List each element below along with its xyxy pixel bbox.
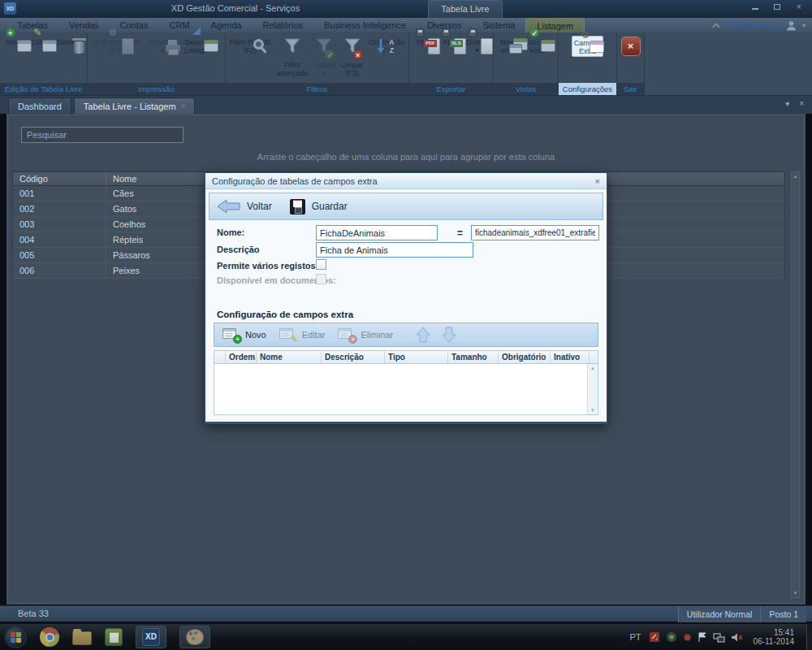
dialog-toolbar: Voltar Guardar bbox=[209, 193, 603, 220]
permite-registos-checkbox[interactable] bbox=[316, 259, 326, 270]
novo-button[interactable]: +Novo bbox=[3, 36, 26, 47]
tray-app-red-icon[interactable] bbox=[649, 631, 660, 643]
nome-input[interactable] bbox=[316, 225, 438, 240]
sair-icon: × bbox=[621, 37, 641, 56]
voltar-button[interactable]: Voltar bbox=[247, 201, 272, 212]
menu-tab-agenda[interactable]: Agenda bbox=[201, 18, 253, 32]
filtro-avancado-button[interactable]: Filtro avançado bbox=[274, 36, 309, 78]
tab-strip-close-icon[interactable]: × bbox=[799, 99, 804, 108]
desenhar-listagem-button[interactable]: Desenhar Listagem▾ bbox=[183, 36, 219, 55]
grid-novo-label: Novo bbox=[245, 330, 266, 340]
x-icon: × bbox=[348, 335, 357, 344]
table-vertical-scrollbar[interactable]: ▲ ▼ bbox=[791, 171, 800, 598]
paint-taskbar-button[interactable] bbox=[179, 626, 210, 648]
spreadsheet-app-icon[interactable] bbox=[105, 628, 123, 646]
fields-grid-toolbar: + Novo ✎ Editar × Eliminar bbox=[214, 323, 598, 347]
filtro-avancado-label: Filtro avançado bbox=[276, 61, 308, 77]
descricao-input[interactable] bbox=[316, 242, 473, 258]
guardar-button[interactable]: Guardar bbox=[312, 201, 348, 212]
ribbon-group-label: Vistas bbox=[494, 83, 558, 95]
dialog-title: Configuração de tabelas de campos extra bbox=[212, 176, 378, 186]
grid-novo-button[interactable]: + Novo bbox=[222, 328, 266, 341]
tab-list-dropdown-icon[interactable]: ▾ bbox=[785, 99, 789, 108]
sair-button[interactable]: × bbox=[620, 36, 642, 57]
xls-button[interactable]: XLSXLS bbox=[438, 36, 461, 47]
user-menu-caret-icon[interactable]: ▾ bbox=[802, 22, 806, 29]
filtro-rapido-button[interactable]: Filtro Rápido (F2) bbox=[228, 36, 273, 55]
guardar-floppy-icon[interactable] bbox=[290, 199, 305, 214]
start-button-icon[interactable] bbox=[5, 626, 27, 648]
campos-extra-button[interactable]: ⚙Campos Extra bbox=[572, 36, 604, 57]
status-version: Beta 33 bbox=[18, 609, 49, 618]
tray-alert-icon[interactable] bbox=[683, 633, 692, 642]
window-title: XD Gestão Comercial - Serviços bbox=[89, 3, 382, 13]
grid-scroll-up-icon[interactable]: ▲ bbox=[588, 366, 598, 370]
menu-tab-business-inteligence[interactable]: Business Inteligence bbox=[313, 18, 417, 32]
tab-close-icon[interactable]: × bbox=[181, 102, 186, 110]
move-up-icon[interactable] bbox=[414, 327, 432, 343]
ribbon-group-sair: ×Sair bbox=[617, 32, 645, 95]
tab-tabela-livre-listagem[interactable]: Tabela Livre - Listagem × bbox=[74, 98, 196, 114]
show-desktop-button[interactable] bbox=[806, 624, 812, 650]
ordenacao-label: Ordenação (F7) bbox=[369, 38, 405, 54]
system-tray: PT 15:41 06-11-2014 bbox=[630, 624, 794, 650]
pencil-icon: ✎ bbox=[290, 335, 299, 344]
filtro-avancado-icon bbox=[283, 37, 302, 59]
tray-flag-icon[interactable] bbox=[698, 632, 707, 643]
aplicar-button: ✓Aplicar ▾ bbox=[312, 36, 338, 78]
outros-button[interactable]: Outros ▾ bbox=[464, 36, 490, 55]
editar-button[interactable]: ✎Editar bbox=[28, 36, 51, 47]
move-down-icon[interactable] bbox=[440, 327, 458, 343]
nova-vista-button[interactable]: Nova vista bbox=[497, 36, 520, 55]
equals-sign: = bbox=[457, 228, 463, 239]
taskbar-clock[interactable]: 15:41 06-11-2014 bbox=[754, 628, 794, 646]
dialog-close-icon[interactable]: × bbox=[595, 176, 600, 186]
ribbon-group-impressao: Pré-Visualizar (F4)▾Imprimir ▾Desenhar L… bbox=[88, 32, 226, 95]
grid-column-inativo: Inativo bbox=[551, 351, 590, 363]
menu-tab-vendas[interactable]: Vendas bbox=[58, 18, 110, 32]
screen: XD XD Gestão Comercial - Serviços Tabela… bbox=[0, 0, 812, 650]
scroll-up-icon[interactable]: ▲ bbox=[792, 174, 799, 179]
chrome-icon[interactable] bbox=[40, 627, 59, 647]
xd-app-icon: XD bbox=[142, 628, 160, 646]
disponivel-documentos-checkbox bbox=[316, 274, 326, 284]
file-explorer-icon[interactable] bbox=[72, 631, 92, 645]
limpar-label: Limpar (F3) bbox=[341, 61, 364, 77]
xd-app-taskbar-button[interactable]: XD bbox=[136, 626, 166, 648]
column-header-codigo[interactable]: Código bbox=[13, 172, 106, 185]
contextual-tab-group-label: Tabela Livre bbox=[428, 0, 503, 18]
minimize-button[interactable] bbox=[745, 2, 765, 12]
tray-network-icon[interactable] bbox=[713, 632, 725, 643]
ribbon-group-label: Configurações bbox=[559, 83, 616, 95]
cell-codigo: 003 bbox=[13, 217, 106, 232]
fields-grid-body[interactable]: ▲ ▼ bbox=[214, 364, 598, 415]
maximize-button[interactable] bbox=[767, 2, 787, 12]
cell-codigo: 001 bbox=[13, 186, 106, 201]
scroll-down-icon[interactable]: ▼ bbox=[792, 591, 799, 596]
campos-extra-dialog: Configuração de tabelas de campos extra … bbox=[205, 172, 607, 424]
grid-scroll-down-icon[interactable]: ▼ bbox=[588, 408, 598, 413]
cell-codigo: 006 bbox=[13, 263, 106, 278]
menu-tab-sistema[interactable]: Sistema bbox=[473, 18, 526, 32]
close-button[interactable]: × bbox=[789, 2, 809, 12]
search-input[interactable] bbox=[21, 127, 184, 143]
nome-db-input[interactable] bbox=[471, 225, 599, 240]
user-name[interactable]: Pedro Sousa bbox=[726, 20, 780, 30]
keyboard-language[interactable]: PT bbox=[630, 632, 641, 642]
grid-scrollbar[interactable]: ▲ ▼ bbox=[587, 364, 598, 414]
tray-agent-icon[interactable] bbox=[666, 631, 677, 643]
collapse-ribbon-icon[interactable] bbox=[712, 23, 720, 28]
grid-column-nome: Nome bbox=[257, 351, 322, 363]
tab-label: Tabela Livre - Listagem bbox=[84, 102, 176, 111]
tray-volume-muted-icon[interactable] bbox=[731, 632, 743, 643]
limpar-button[interactable]: ×Limpar (F3) bbox=[339, 36, 365, 78]
user-avatar-icon[interactable] bbox=[786, 20, 797, 31]
menu-tab-relatorios[interactable]: Relatórios bbox=[252, 18, 313, 32]
ordenacao-button[interactable]: A ZOrdenação (F7) bbox=[367, 36, 407, 55]
tab-dashboard[interactable]: Dashboard bbox=[8, 98, 71, 114]
menu-tab-contas[interactable]: Contas bbox=[110, 18, 159, 32]
voltar-arrow-icon[interactable] bbox=[216, 198, 240, 214]
eliminar-button[interactable]: Eliminar bbox=[54, 36, 84, 47]
pdf-button[interactable]: PDFPDF bbox=[412, 36, 435, 47]
group-by-hint: Arraste o cabeçalho de uma coluna para a… bbox=[7, 152, 805, 162]
